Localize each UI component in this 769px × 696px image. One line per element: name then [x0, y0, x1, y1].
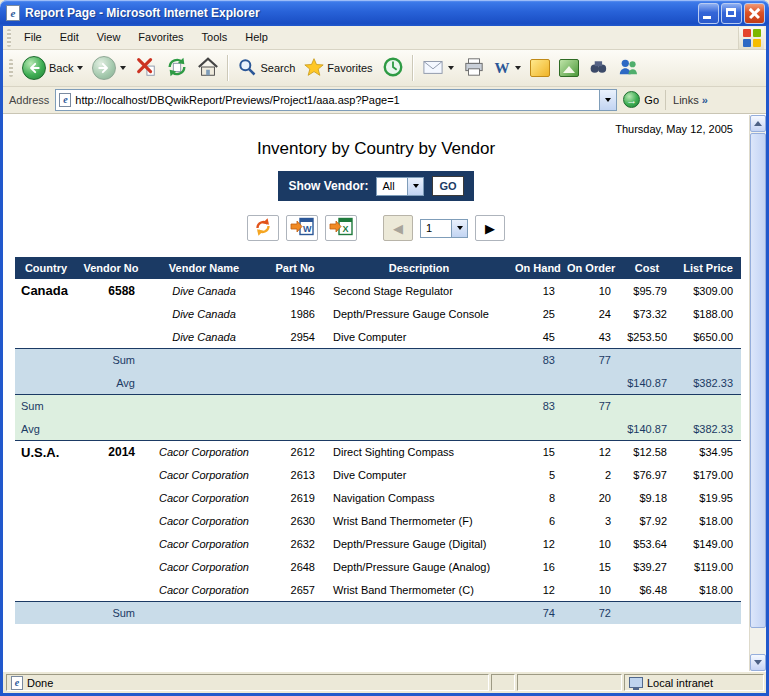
table-cell: 2613 [263, 469, 327, 481]
refresh-button[interactable] [162, 54, 192, 82]
table-cell: $119.00 [675, 561, 741, 573]
next-page-button[interactable]: ▶ [475, 215, 505, 241]
page-select[interactable]: 1 [420, 219, 468, 238]
history-button[interactable] [378, 54, 408, 82]
title-bar: e Report Page - Microsoft Internet Explo… [0, 0, 769, 26]
table-cell: $6.48 [619, 584, 675, 596]
table-cell: 83 [511, 354, 563, 366]
table-cell: 25 [511, 308, 563, 320]
table-cell: $253.50 [619, 331, 675, 343]
table-cell: Dive Canada [145, 331, 263, 343]
address-dropdown-button[interactable] [599, 90, 616, 110]
menu-item-view[interactable]: View [88, 26, 130, 49]
menu-item-favorites[interactable]: Favorites [129, 26, 192, 49]
toolbar-grip-handle[interactable] [9, 59, 13, 77]
table-cell: Cacor Corporation [145, 561, 263, 573]
vendor-select[interactable]: All [376, 177, 424, 196]
export-word-button[interactable]: W [286, 215, 318, 241]
menu-item-file[interactable]: File [15, 26, 51, 49]
favorites-label: Favorites [327, 62, 372, 74]
page-title: Inventory by Country by Vendor [3, 139, 749, 159]
table-cell: $39.27 [619, 561, 675, 573]
close-button[interactable] [744, 3, 765, 24]
table-cell: $53.64 [619, 538, 675, 550]
column-header: Description [327, 262, 511, 274]
links-toolbar[interactable]: Links » [665, 90, 708, 110]
scrollbar-thumb[interactable] [750, 133, 766, 628]
page-select-arrow[interactable] [451, 220, 467, 237]
table-cell: 77 [563, 354, 619, 366]
address-input[interactable]: e http://localhost/DBQwikReport/Previews… [55, 89, 617, 111]
search-icon [237, 57, 257, 79]
table-row: Avg$140.87$382.33 [15, 417, 741, 440]
favorites-button[interactable]: Favorites [300, 55, 376, 81]
home-button[interactable] [193, 54, 223, 82]
vertical-scrollbar[interactable] [749, 115, 766, 671]
forward-dropdown-icon[interactable] [120, 66, 126, 70]
report-table: CountryVendor NoVendor NamePart NoDescri… [15, 257, 741, 624]
mail-icon [422, 57, 444, 79]
back-dropdown-icon[interactable] [77, 66, 83, 70]
window-title: Report Page - Microsoft Internet Explore… [25, 6, 696, 20]
stop-button[interactable] [131, 54, 161, 82]
forward-icon [92, 56, 116, 80]
column-header: Country [15, 262, 77, 274]
page-select-value: 1 [421, 222, 451, 234]
menu-grip-handle[interactable] [7, 29, 11, 47]
forward-button[interactable] [88, 54, 130, 82]
go-arrow-icon: → [623, 91, 640, 108]
menu-item-tools[interactable]: Tools [193, 26, 237, 49]
mail-button[interactable] [418, 55, 458, 81]
table-cell: 20 [563, 492, 619, 504]
refresh-icon [166, 56, 188, 80]
messenger-button[interactable] [613, 55, 643, 81]
status-segment [517, 674, 622, 691]
table-cell: 10 [563, 538, 619, 550]
scroll-up-button[interactable] [750, 115, 766, 132]
export-excel-button[interactable]: X [325, 215, 357, 241]
report-toolbar: W X ◀ 1 [3, 215, 749, 241]
notes-button[interactable] [526, 57, 554, 79]
back-icon [22, 56, 46, 80]
table-cell: 2612 [263, 446, 327, 458]
table-cell: $149.00 [675, 538, 741, 550]
table-cell: $18.00 [675, 584, 741, 596]
edit-dropdown-icon[interactable] [515, 66, 521, 70]
table-cell: Cacor Corporation [145, 446, 263, 458]
table-cell: $34.95 [675, 446, 741, 458]
favorites-star-icon [304, 57, 324, 79]
security-zone-text: Local intranet [647, 677, 713, 689]
minimize-button[interactable] [698, 3, 719, 24]
go-button[interactable]: → Go [617, 91, 665, 108]
table-cell: Dive Canada [145, 308, 263, 320]
vendor-select-arrow[interactable] [407, 178, 423, 195]
vendor-go-button[interactable]: GO [432, 176, 463, 196]
table-cell: Depth/Pressure Gauge Console [327, 308, 511, 320]
print-button[interactable] [459, 55, 489, 81]
status-text: Done [27, 677, 53, 689]
mail-dropdown-icon[interactable] [448, 66, 454, 70]
refresh-report-button[interactable] [247, 215, 279, 241]
menu-item-help[interactable]: Help [236, 26, 277, 49]
table-cell: $382.33 [675, 377, 741, 389]
column-header: Cost [619, 262, 675, 274]
table-row: U.S.A.2014Cacor Corporation2612Direct Si… [15, 440, 741, 463]
chevron-down-icon [457, 226, 463, 230]
table-cell: $382.33 [675, 423, 741, 435]
table-cell: Direct Sighting Compass [327, 446, 511, 458]
prev-page-button[interactable]: ◀ [383, 215, 413, 241]
scroll-down-button[interactable] [750, 654, 766, 671]
menu-item-edit[interactable]: Edit [51, 26, 88, 49]
back-button[interactable]: Back [18, 54, 87, 82]
research-button[interactable] [584, 56, 612, 80]
media-button[interactable] [555, 57, 583, 79]
search-button[interactable]: Search [233, 55, 299, 81]
links-chevron-icon: » [702, 94, 708, 106]
chevron-down-icon [605, 98, 611, 102]
table-cell: Cacor Corporation [145, 469, 263, 481]
maximize-button[interactable] [721, 3, 742, 24]
table-cell: Wrist Band Thermometer (C) [327, 584, 511, 596]
table-body: Canada6588Dive Canada1946Second Stage Re… [15, 279, 741, 624]
scrollbar-track[interactable] [750, 132, 766, 654]
edit-word-button[interactable]: W [490, 58, 525, 79]
